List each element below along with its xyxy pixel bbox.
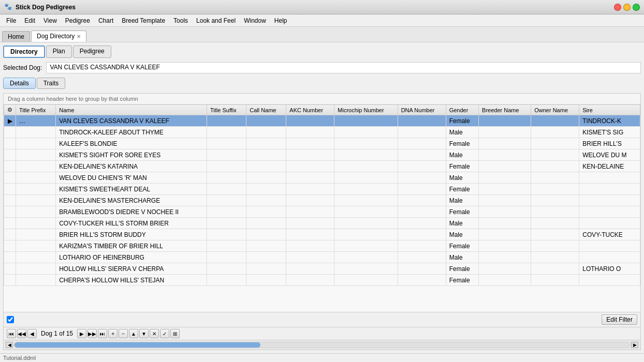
menu-item-edit[interactable]: Edit — [20, 16, 39, 25]
table-row[interactable]: BRIER HILL'S STORM BUDDYMaleCOVY-TUCKE — [4, 229, 640, 240]
name-cell[interactable]: VAN CLEVES CASSANDRA V KALEEF — [56, 115, 207, 127]
edit-filter-button[interactable]: Edit Filter — [602, 314, 637, 325]
table-row[interactable]: TINDROCK-KALEEF ABOUT THYMEMaleKISMET'S … — [4, 127, 640, 138]
row-expand-cell[interactable] — [4, 240, 16, 252]
row-expand-cell[interactable] — [4, 184, 16, 195]
tab-dog-directory[interactable]: Dog Directory ✕ — [31, 31, 86, 42]
row-expand-cell[interactable] — [4, 127, 16, 138]
table-row[interactable]: ▶…VAN CLEVES CASSANDRA V KALEEFFemaleTIN… — [4, 115, 640, 127]
scroll-track[interactable] — [14, 342, 630, 348]
nav-last-button[interactable]: ⏭ — [98, 329, 107, 338]
table-row[interactable]: KEN-DELAINE'S KATARINAFemaleKEN-DELAINE — [4, 161, 640, 172]
menu-item-breed-template[interactable]: Breed Template — [118, 16, 169, 25]
nav-confirm-button[interactable]: ✓ — [160, 329, 169, 338]
detail-tab-details[interactable]: Details — [3, 78, 36, 89]
name-cell[interactable]: KISMET'S SWEETHEART DEAL — [56, 184, 207, 195]
nav-cancel-button[interactable]: ✕ — [150, 329, 159, 338]
row-expand-cell[interactable] — [4, 161, 16, 172]
name-cell[interactable]: COVY-TUCKER HILL'S STORM BRIER — [56, 218, 207, 229]
table-row[interactable]: KEN-DELAINE'S MASTERCHARGEMale — [4, 195, 640, 206]
subtab-pedigree[interactable]: Pedigree — [73, 46, 111, 58]
name-cell[interactable]: KISMET'S SIGHT FOR SORE EYES — [56, 149, 207, 161]
col-header-AKC Number[interactable]: AKC Number — [286, 105, 334, 115]
detail-tab-traits[interactable]: Traits — [37, 78, 66, 89]
filter-checkbox[interactable] — [7, 316, 14, 323]
tab-close-icon[interactable]: ✕ — [77, 34, 81, 39]
row-expand-cell[interactable] — [4, 229, 16, 240]
row-expand-cell[interactable] — [4, 218, 16, 229]
table-row[interactable]: KISMET'S SIGHT FOR SORE EYESMaleWELOVE D… — [4, 149, 640, 161]
name-cell[interactable]: KALEEF'S BLONDIE — [56, 138, 207, 149]
nav-add-button[interactable]: + — [108, 329, 118, 338]
row-expand-cell[interactable] — [4, 252, 16, 263]
minimize-button[interactable] — [623, 4, 631, 11]
col-header-icon[interactable]: ⚙ — [4, 105, 16, 115]
menu-item-chart[interactable]: Chart — [94, 16, 118, 25]
table-row[interactable]: KALEEF'S BLONDIEFemaleBRIER HILL'S — [4, 138, 640, 149]
row-expand-cell[interactable] — [4, 138, 16, 149]
subtab-directory[interactable]: Directory — [3, 46, 45, 58]
nav-prev-button[interactable]: ◀ — [27, 329, 37, 338]
row-actions-icon[interactable]: … — [19, 117, 25, 125]
name-cell[interactable]: CHERPA'S HOLLOW HILLS' STEJAN — [56, 275, 207, 286]
col-header-Title Prefix[interactable]: Title Prefix — [16, 105, 56, 115]
menu-item-file[interactable]: File — [2, 16, 20, 25]
tab-home[interactable]: Home — [2, 31, 30, 42]
row-expand-cell[interactable] — [4, 206, 16, 218]
nav-delete-button[interactable]: − — [119, 329, 128, 338]
row-expand-cell[interactable] — [4, 172, 16, 184]
nav-next-button[interactable]: ▶ — [77, 329, 86, 338]
nav-up-button[interactable]: ▲ — [129, 329, 138, 338]
menu-item-look-and-feel[interactable]: Look and Feel — [192, 16, 240, 25]
name-cell[interactable]: KEN-DELAINE'S KATARINA — [56, 161, 207, 172]
nav-next-next-button[interactable]: ▶▶ — [87, 329, 97, 338]
row-expand-cell[interactable]: ▶ — [4, 115, 16, 127]
close-button[interactable] — [614, 4, 621, 11]
scroll-left-button[interactable]: ◀ — [6, 342, 13, 348]
table-row[interactable]: CHERPA'S HOLLOW HILLS' STEJANFemale — [4, 275, 640, 286]
name-cell[interactable]: KARIZMA'S TIMBER OF BRIER HILL — [56, 240, 207, 252]
name-cell[interactable]: LOTHARIO OF HEINERBURG — [56, 252, 207, 263]
name-cell[interactable]: HOLLOW HILLS' SIERRA V CHERPA — [56, 263, 207, 275]
menu-item-tools[interactable]: Tools — [169, 16, 192, 25]
col-header-Breeder Name[interactable]: Breeder Name — [479, 105, 531, 115]
table-row[interactable]: HOLLOW HILLS' SIERRA V CHERPAFemaleLOTHA… — [4, 263, 640, 275]
scroll-thumb[interactable] — [14, 342, 260, 348]
name-cell[interactable]: BRAMBLEWOOD'S DIEDRE V NOCHEE II — [56, 206, 207, 218]
maximize-button[interactable] — [633, 4, 640, 11]
table-row[interactable]: BRAMBLEWOOD'S DIEDRE V NOCHEE IIFemale — [4, 206, 640, 218]
name-cell[interactable]: KEN-DELAINE'S MASTERCHARGE — [56, 195, 207, 206]
name-cell[interactable]: WELOVE DU CHIEN'S 'R' MAN — [56, 172, 207, 184]
grid-wrapper[interactable]: ⚙Title PrefixNameTitle SuffixCall NameAK… — [4, 104, 640, 312]
col-header-Call Name[interactable]: Call Name — [246, 105, 286, 115]
menu-item-pedigree[interactable]: Pedigree — [61, 16, 94, 25]
col-header-Owner Name[interactable]: Owner Name — [531, 105, 579, 115]
table-row[interactable]: KISMET'S SWEETHEART DEALFemale — [4, 184, 640, 195]
row-expand-cell[interactable] — [4, 195, 16, 206]
col-header-Microchip Number[interactable]: Microchip Number — [334, 105, 398, 115]
col-header-DNA Number[interactable]: DNA Number — [398, 105, 446, 115]
col-header-Sire[interactable]: Sire — [579, 105, 640, 115]
menu-item-help[interactable]: Help — [270, 16, 291, 25]
menu-item-window[interactable]: Window — [240, 16, 270, 25]
col-header-Gender[interactable]: Gender — [446, 105, 478, 115]
scroll-right-button[interactable]: ▶ — [631, 342, 638, 348]
col-header-Name[interactable]: Name — [56, 105, 207, 115]
name-cell[interactable]: BRIER HILL'S STORM BUDDY — [56, 229, 207, 240]
nav-grid-button[interactable]: ⊞ — [170, 329, 180, 338]
row-expand-cell[interactable] — [4, 275, 16, 286]
row-expand-icon[interactable]: ▶ — [8, 117, 12, 125]
table-row[interactable]: KARIZMA'S TIMBER OF BRIER HILLFemale — [4, 240, 640, 252]
table-row[interactable]: LOTHARIO OF HEINERBURGMale — [4, 252, 640, 263]
row-expand-cell[interactable] — [4, 149, 16, 161]
col-header-Title Suffix[interactable]: Title Suffix — [207, 105, 246, 115]
row-expand-cell[interactable] — [4, 263, 16, 275]
subtab-plan[interactable]: Plan — [46, 46, 72, 58]
nav-down-button[interactable]: ▼ — [139, 329, 149, 338]
table-row[interactable]: WELOVE DU CHIEN'S 'R' MANMale — [4, 172, 640, 184]
name-cell[interactable]: TINDROCK-KALEEF ABOUT THYME — [56, 127, 207, 138]
table-row[interactable]: COVY-TUCKER HILL'S STORM BRIERMale — [4, 218, 640, 229]
nav-first-button[interactable]: ⏮ — [7, 329, 16, 338]
menu-item-view[interactable]: View — [39, 16, 61, 25]
nav-prev-prev-button[interactable]: ◀◀ — [17, 329, 26, 338]
